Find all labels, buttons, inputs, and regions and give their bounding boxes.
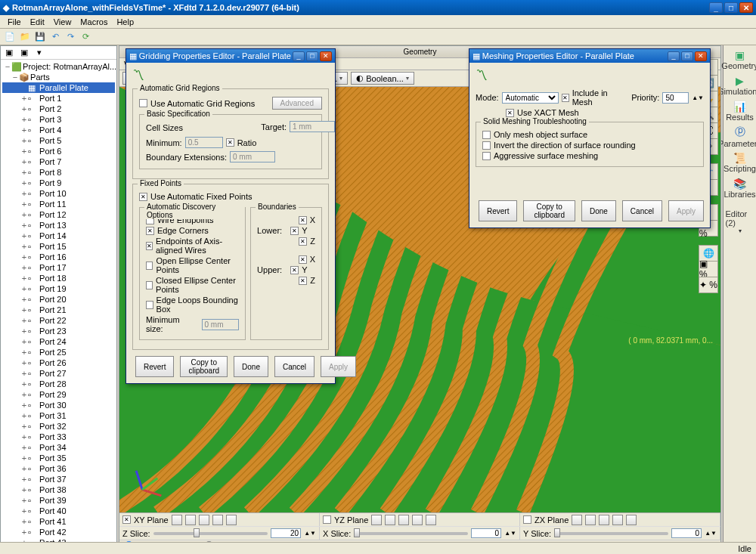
tree-port[interactable]: +▫ Port 13 (2, 220, 115, 231)
advanced-btn[interactable]: Advanced (272, 97, 322, 110)
tree-port[interactable]: +▫ Port 12 (2, 209, 115, 220)
dlg2-max[interactable]: □ (681, 51, 693, 61)
nav-simulations[interactable]: ▶Simulations (725, 73, 755, 98)
z-slider[interactable] (153, 532, 268, 535)
axis-wires-chk[interactable] (146, 242, 153, 250)
tree-project-root[interactable]: −🟩 Project: RotmanArrayAl... (2, 61, 115, 72)
dlg2-apply-btn[interactable]: Apply (668, 200, 704, 221)
tree-port[interactable]: +▫ Port 35 (2, 453, 115, 463)
nav-parameters[interactable]: ⓟParameters (725, 124, 755, 150)
edge-corners-chk[interactable] (146, 227, 154, 235)
minimize-button[interactable]: _ (709, 2, 723, 13)
dlg1-apply-btn[interactable]: Apply (321, 356, 356, 377)
tree-tool-1[interactable]: ▣ (2, 46, 16, 60)
xy-plane-chk[interactable] (122, 515, 131, 524)
vt-cube[interactable]: ▣ % (699, 261, 718, 277)
z-value[interactable]: 20 (271, 528, 301, 538)
nav-scripting[interactable]: 📜Scripting (725, 150, 755, 175)
dlg1-copy-btn[interactable]: Copy to clipboard (180, 356, 228, 377)
nav-libraries[interactable]: 📚Libraries (725, 175, 755, 201)
tree-port[interactable]: +▫ Port 25 (2, 347, 115, 357)
xy-mini-5[interactable] (226, 515, 237, 525)
dlg2-cancel-btn[interactable]: Cancel (622, 200, 662, 221)
closed-ellipse-chk[interactable] (146, 281, 153, 289)
zx-mini-4[interactable] (612, 515, 623, 525)
tree-port[interactable]: +▫ Port 27 (2, 368, 115, 379)
zx-mini-2[interactable] (585, 515, 596, 525)
yz-mini-1[interactable] (371, 515, 382, 525)
xy-mini-1[interactable] (172, 515, 182, 525)
zx-mini-3[interactable] (599, 515, 609, 525)
tree-port[interactable]: +▫ Port 34 (2, 442, 115, 453)
use-xact-chk[interactable] (506, 109, 514, 117)
tree-port[interactable]: +▫ Port 23 (2, 326, 115, 336)
tree-port[interactable]: +▫ Port 37 (2, 474, 115, 484)
dlg2-copy-btn[interactable]: Copy to clipboard (523, 200, 575, 221)
tree-port[interactable]: +▫ Port 16 (2, 252, 115, 262)
tree-port[interactable]: +▫ Port 5 (2, 135, 115, 146)
maximize-button[interactable]: □ (724, 2, 738, 13)
tree-port[interactable]: +▫ Port 17 (2, 262, 115, 273)
zx-plane-chk[interactable] (523, 515, 531, 524)
min-size-input[interactable]: 0 mm (202, 319, 240, 330)
tree-port[interactable]: +▫ Port 42 (2, 527, 115, 537)
tree-port[interactable]: +▫ Port 36 (2, 463, 115, 474)
tree-tool-3[interactable]: ▾ (33, 46, 46, 60)
tree-port[interactable]: +▫ Port 30 (2, 400, 115, 410)
dlg1-close[interactable]: ✕ (320, 51, 332, 61)
menu-view[interactable]: View (49, 17, 76, 26)
dlg2-revert-btn[interactable]: Revert (479, 200, 517, 221)
tool-2[interactable]: 📁 (18, 30, 32, 44)
close-button[interactable]: ✕ (739, 2, 753, 13)
ratio-chk[interactable] (226, 138, 234, 147)
mode-select[interactable]: Automatic (502, 92, 559, 104)
open-ellipse-chk[interactable] (146, 262, 153, 270)
only-surface-chk[interactable] (482, 131, 491, 139)
yz-mini-3[interactable] (398, 515, 409, 525)
tree-port[interactable]: +▫ Port 31 (2, 410, 115, 421)
bnd-x-bot[interactable] (299, 255, 307, 264)
yz-mini-5[interactable] (426, 515, 436, 525)
menu-help[interactable]: Help (112, 17, 138, 26)
y-value[interactable]: 0 (671, 528, 702, 538)
xy-mini-2[interactable] (185, 515, 196, 525)
nav-editor[interactable]: Editor (2)▾ (725, 209, 755, 234)
tool-3[interactable]: 💾 (33, 30, 47, 44)
x-slider[interactable] (354, 532, 468, 535)
dlg2-min[interactable]: _ (668, 51, 680, 61)
tree-parallel-plate[interactable]: ▦ Parallel Plate (2, 82, 115, 93)
dlg1-revert-btn[interactable]: Revert (135, 356, 174, 377)
yz-plane-chk[interactable] (323, 515, 331, 524)
menu-edit[interactable]: Edit (26, 17, 49, 26)
bnd-x-top[interactable] (299, 216, 307, 224)
tree-port[interactable]: +▫ Port 22 (2, 315, 115, 326)
zx-mini-5[interactable] (626, 515, 637, 525)
boolean-btn[interactable]: ◐Boolean... (351, 72, 414, 85)
tree-port[interactable]: +▫ Port 40 (2, 506, 115, 516)
yz-mini-2[interactable] (385, 515, 395, 525)
tree-tool-2[interactable]: ▣ (17, 46, 31, 60)
tool-1[interactable]: 📄 (3, 30, 17, 44)
nav-results[interactable]: 📊Results (725, 98, 755, 124)
tool-remesh[interactable]: ⟳ (79, 30, 92, 44)
menu-macros[interactable]: Macros (76, 17, 112, 26)
use-auto-fixed-chk[interactable] (139, 193, 147, 201)
tool-undo[interactable]: ↶ (48, 30, 62, 44)
aggressive-chk[interactable] (482, 152, 491, 160)
tree-port[interactable]: +▫ Port 33 (2, 432, 115, 442)
tree-parts[interactable]: −📦 Parts (2, 72, 115, 82)
dlg2-done-btn[interactable]: Done (581, 200, 616, 221)
tree-port[interactable]: +▫ Port 28 (2, 379, 115, 389)
dlg1-min[interactable]: _ (293, 51, 305, 61)
tree-port[interactable]: +▫ Port 6 (2, 146, 115, 156)
minimum-input[interactable]: 0.5 (185, 137, 223, 148)
y-slider[interactable] (554, 532, 668, 535)
x-value[interactable]: 0 (471, 528, 501, 538)
tree-port[interactable]: +▫ Port 9 (2, 178, 115, 188)
tree-port[interactable]: +▫ Port 10 (2, 188, 115, 199)
tree-port[interactable]: +▫ Port 15 (2, 241, 115, 252)
use-auto-grid-chk[interactable] (139, 99, 147, 107)
tree-port[interactable]: +▫ Port 26 (2, 357, 115, 368)
tree-port[interactable]: +▫ Port 24 (2, 336, 115, 347)
menu-file[interactable]: File (3, 17, 26, 26)
